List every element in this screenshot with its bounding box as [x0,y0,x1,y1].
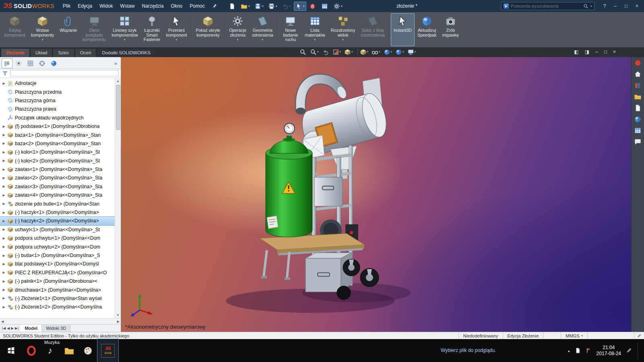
close-doc-button[interactable]: × [613,49,616,55]
expand-arrow-icon[interactable]: ▶ [2,237,6,240]
expand-arrow-icon[interactable]: ▶ [2,271,6,274]
flyout-caret-icon[interactable]: ▾ [42,37,43,41]
dropdown-caret-icon[interactable]: ▾ [415,50,416,53]
tree-item[interactable]: ▶ (-) Złożenie1<2> (Domyślna<<Domyślna [0,303,115,311]
tray-flag-icon[interactable] [586,348,592,354]
dropdown-caret-icon[interactable]: ▾ [262,4,264,8]
reference-geometry-button[interactable]: Geometria odniesienia ▾ [249,13,276,46]
flyout-caret-icon[interactable]: ▾ [262,37,264,41]
mate-button[interactable]: Wiązanie [57,13,80,46]
expand-arrow-icon[interactable]: ▶ [2,245,6,249]
expand-arrow-icon[interactable]: ▶ [2,82,6,85]
menu-item[interactable]: Pomoc [186,2,208,10]
pin-icon[interactable] [208,2,221,10]
expand-arrow-icon[interactable]: ▶ [2,193,6,197]
edit-component-button[interactable]: Edytuj komponent [2,13,28,46]
expand-arrow-icon[interactable]: ▶ [2,159,6,162]
edit-appearance-button[interactable]: ▾ [383,48,393,56]
linear-component-pattern-button[interactable]: Liniowy szyk komponentów ▾ [109,13,140,46]
tab-ocen[interactable]: Oceń [75,48,97,57]
display-style-button[interactable]: ▾ [359,48,369,56]
notification-icon[interactable] [634,59,642,67]
menu-item[interactable]: Okno [167,2,186,10]
new-document-button[interactable] [227,2,238,11]
menu-item[interactable]: Plik [59,2,74,10]
dropdown-caret-icon[interactable]: ▾ [303,4,305,8]
tab-nav-arrow[interactable]: ▶| [15,326,19,330]
tree-item[interactable]: Płaszczyzna górna [0,96,115,105]
flyout-caret-icon[interactable]: ▾ [124,37,126,41]
tree-item[interactable]: ▶ dmuchawa<1> (Domyślna<<Domyślna> [0,286,115,294]
pressure-gauge-model[interactable] [284,123,295,136]
tree-item[interactable]: ▶ (-) Złożenie1<1> (Domyślna<Stan wyświ [0,294,115,302]
shelf-model[interactable] [260,233,364,254]
search-input[interactable] [511,4,581,8]
expand-arrow-icon[interactable]: ▶ [2,142,6,145]
dimxpertmanager-tab[interactable] [37,58,47,68]
tree-item[interactable]: ▶ złożenie pdo butle<1> (Domyślna<Stan [0,200,115,208]
tray-document-icon[interactable] [575,348,581,354]
views-3d-tab[interactable]: Widoki 3D [42,325,70,332]
flyout-caret-icon[interactable]: ▾ [237,37,239,41]
paint-taskbar-icon[interactable] [78,339,97,362]
expand-arrow-icon[interactable]: ▶ [2,228,6,231]
tree-item[interactable]: ▶ Adnotacje [0,79,115,88]
expand-arrow-icon[interactable]: ▶ [2,176,6,180]
menu-item[interactable]: Narzędzia [138,2,167,10]
file-explorer-taskbar-icon[interactable] [60,339,78,362]
close-button[interactable]: × [632,2,642,10]
tree-vertical-scrollbar[interactable]: ▲ ▼ [115,78,121,319]
tree-item[interactable]: ▶ (f) podstawa<1> (Domyślna<Obrobiona [0,122,115,130]
expand-arrow-icon[interactable]: ▶ [2,133,6,137]
expand-arrow-icon[interactable]: ▶ [2,202,6,206]
tab-uklad[interactable]: Układ [30,48,52,57]
scroll-down-icon[interactable]: ▼ [116,312,120,318]
solidworks-taskbar-icon[interactable]: ЭS 2016 [97,339,118,362]
show-desktop-button[interactable] [638,343,640,359]
tree-item[interactable]: ▶ (-) haczyk<1> (Domyślna<<Domyślna> [0,208,115,216]
menu-item[interactable]: Wstaw [117,2,138,10]
dropdown-caret-icon[interactable]: ▾ [340,50,341,53]
tree-item[interactable]: ▶ podpora uchwytu<1> (Domyślna<<Dom [0,234,115,243]
tree-item[interactable]: ▶ baza<1> (Domyślna<<Domyślna>_Stan [0,131,115,139]
resources-tab[interactable] [634,70,642,78]
tree-item[interactable]: ▶ (-) haczyk<2> (Domyślna<<Domyślna> [0,217,115,225]
model-tab[interactable]: Model [21,325,42,332]
dropdown-caret-icon[interactable]: ▾ [289,4,291,8]
expand-arrow-icon[interactable]: ▶ [2,211,6,214]
propertymanager-tab[interactable] [13,58,24,68]
tab-szkic[interactable]: Szkic [53,48,74,57]
open-document-button[interactable]: ▾ [239,2,252,11]
expand-arrow-icon[interactable]: ▶ [2,262,6,266]
move-component-button[interactable]: Przenieś komponent ▾ [163,13,190,46]
section-view-button[interactable]: ▾ [332,48,342,56]
apply-scene-button[interactable]: ▾ [394,48,405,56]
help-button[interactable]: ? [599,3,610,9]
taskbar-clock[interactable]: 21:04 2017-08-24 [597,345,621,357]
assembly-3d-model[interactable] [121,57,631,332]
tree-item[interactable]: ▶ zawias<2> (Domyślna<<Domyślna>_Sta [0,174,115,182]
start-button[interactable] [0,339,22,362]
update-speedpak-button[interactable]: Aktualizuj Speedpak [415,13,439,46]
tree-item[interactable]: ▶ (-) koło<2> (Domyślna<<Domyślna>_St [0,156,115,165]
tab-nav-arrow[interactable]: |◀ [2,326,6,330]
scrollbar-thumb[interactable] [116,85,120,130]
tree-item[interactable]: ▶ PIEC Z REKUPERACJĄ<1> (Domyślna<O [0,268,115,277]
expand-arrow-icon[interactable]: ▶ [2,254,6,257]
tab-zlozenie[interactable]: Złożenie [1,48,30,57]
restore-doc-button[interactable]: □ [604,49,607,55]
search-caret-icon[interactable]: ▾ [590,4,592,8]
flyout-caret-icon[interactable]: ▾ [176,37,178,41]
file-explorer-tab[interactable] [634,93,642,101]
dropdown-caret-icon[interactable]: ▾ [317,50,319,53]
units-selector[interactable]: MMGS▾ [561,332,587,339]
configurationmanager-tab[interactable] [25,58,36,68]
next-window-button[interactable]: ◨ [585,49,589,55]
flyout-caret-icon[interactable]: ▾ [314,37,316,41]
expand-arrow-icon[interactable]: ▶ [2,185,6,188]
expand-arrow-icon[interactable]: ▶ [2,305,6,309]
tab-dodatki-solidworks[interactable]: Dodatki SOLIDWORKS [97,48,155,57]
hide-show-items-button[interactable]: ▾ [371,48,381,56]
dropdown-caret-icon[interactable]: ▾ [402,50,404,53]
dropdown-caret-icon[interactable]: ▾ [351,50,353,53]
